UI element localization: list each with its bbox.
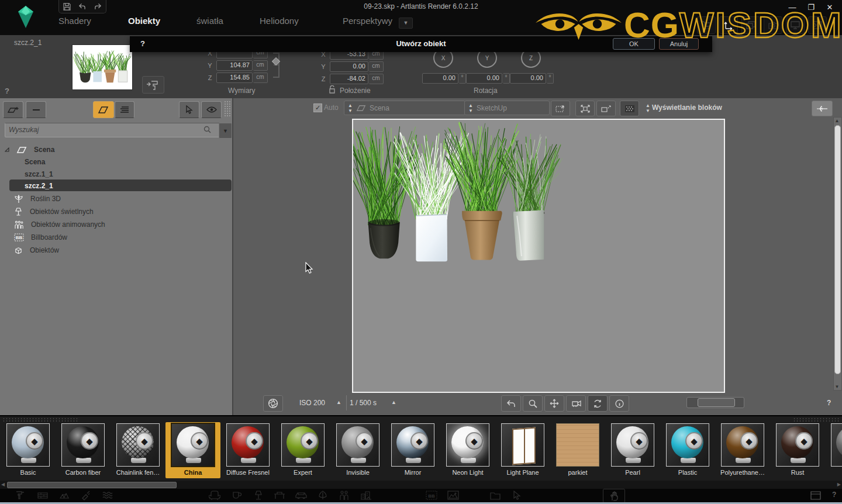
material-preview[interactable]: ◆ (116, 423, 160, 467)
tree-item-roslin-3d[interactable]: Roślin 3D (0, 193, 232, 205)
scrollbar-thumb[interactable] (834, 125, 841, 374)
material-preview[interactable]: ◆ (336, 423, 379, 467)
tree-item-obiektow-animowanych[interactable]: Obiektów animowanych (0, 219, 232, 230)
undo-view-button[interactable] (501, 395, 521, 412)
projector-button[interactable] (566, 395, 586, 412)
restore-button[interactable]: ❐ (806, 2, 816, 12)
tree-item-scena-root[interactable]: Scena (0, 144, 232, 156)
material-pearl[interactable]: ◆Pearl (605, 422, 660, 478)
material-invisible[interactable]: ◆Invisible (330, 422, 385, 478)
unlock-icon[interactable] (329, 85, 336, 94)
shutter-value[interactable]: 1 / 500 s (350, 399, 377, 407)
material-preview[interactable]: ◆ (171, 423, 215, 467)
material-preview[interactable]: ◆ (446, 423, 489, 467)
catalog-grip-handle[interactable] (793, 417, 840, 422)
zoom-button[interactable] (523, 395, 543, 412)
menu-item-heliodony[interactable]: Heliodony (260, 16, 299, 29)
viewport-vertical-scrollbar[interactable]: ▲ ▼ (833, 117, 842, 391)
save-icon[interactable] (63, 3, 71, 11)
rot-y-input[interactable]: 0.00 (466, 73, 502, 84)
expander-icon[interactable] (5, 147, 9, 152)
catalog-grip-handle[interactable] (2, 417, 77, 422)
rot-z-input[interactable]: 0.00 (510, 73, 546, 84)
tree-item-obiektow-swietlnych[interactable]: Obiektów świetlnych (0, 206, 232, 218)
fit-window-button[interactable] (596, 101, 616, 116)
menu-item-shadery[interactable]: Shadery (58, 16, 91, 29)
layers-view-toggle[interactable] (93, 101, 114, 118)
image-icon[interactable] (447, 489, 460, 501)
window-icon[interactable] (741, 16, 760, 34)
tree-item-scena[interactable]: Scena (0, 156, 257, 168)
perspektywy-dropdown-icon[interactable]: ▼ (399, 18, 413, 29)
trowel-icon[interactable] (80, 489, 93, 501)
folder-icon[interactable] (489, 489, 502, 501)
material-light-plane[interactable]: Light Plane (495, 422, 550, 478)
material-preview[interactable] (501, 423, 544, 467)
camera-icon[interactable] (764, 16, 782, 34)
bottom-help-link[interactable]: ? (832, 491, 836, 499)
scene-dropdown[interactable]: ▲▼ Scena (344, 101, 465, 115)
display-blocks-label[interactable]: Wyświetlanie bloków (652, 103, 722, 112)
cancel-button[interactable]: Anuluj (659, 38, 699, 50)
bricks-icon[interactable] (36, 489, 49, 501)
material-preview[interactable]: ◆ (666, 423, 709, 467)
material-chainlink-fen-[interactable]: ◆Chainlink fen… (111, 422, 165, 478)
undo-icon[interactable] (78, 3, 86, 10)
dim-z-input[interactable]: 154.85 (216, 73, 253, 83)
console-icon[interactable] (808, 16, 827, 34)
minimize-button[interactable]: — (787, 2, 798, 12)
search-input[interactable]: Wyszukaj (5, 123, 223, 137)
car-icon[interactable] (295, 489, 308, 501)
catalog-horizontal-scrollbar[interactable]: ◀ ▶ (0, 481, 842, 489)
render-view-canvas[interactable] (352, 119, 725, 393)
close-button[interactable]: ✕ (824, 2, 835, 12)
catalog-scrollbar-thumb[interactable] (7, 482, 177, 488)
iso-value[interactable]: ISO 200 (299, 399, 325, 407)
material-s[interactable]: ◆S (825, 422, 842, 478)
building-icon[interactable] (360, 489, 372, 501)
material-polyurethane-[interactable]: ◆Polyurethane… (715, 422, 770, 478)
material-rust[interactable]: ◆Rust (770, 422, 825, 478)
dim-y-input[interactable]: 104.87 (216, 60, 253, 71)
material-neon-light[interactable]: ◆Neon Light (440, 422, 495, 478)
billboard-icon[interactable]: BB (425, 489, 438, 501)
people-icon[interactable] (338, 489, 351, 501)
material-parkiet[interactable]: parkiet (550, 422, 605, 478)
material-preview[interactable]: ◆ (611, 423, 654, 467)
material-preview[interactable]: ◆ (721, 423, 764, 467)
layout-icon[interactable] (809, 489, 822, 501)
preview-size-slider[interactable] (686, 397, 744, 408)
rot-x-input[interactable]: 0.00 (422, 73, 458, 84)
material-preview[interactable]: ◆ (831, 423, 842, 467)
plant-icon[interactable] (316, 489, 329, 501)
redo-icon[interactable] (94, 3, 102, 10)
axes-icon[interactable] (719, 16, 738, 34)
armchair-icon[interactable] (208, 489, 221, 501)
material-mirror[interactable]: ◆Mirror (385, 422, 440, 478)
menu-item-swiatla[interactable]: światła (196, 16, 223, 29)
tree-item-szcz-2-1[interactable]: szcz.2_1 (0, 180, 257, 192)
menu-item-perspektywy[interactable]: Perspektywy (343, 16, 392, 29)
shutter-stepper-icon[interactable]: ▲ (391, 399, 396, 405)
pattern-display-button[interactable] (620, 101, 639, 116)
material-basic[interactable]: ◆Basic (1, 422, 56, 478)
apply-material-roller-icon[interactable] (142, 76, 164, 94)
scroll-right-icon[interactable]: ▶ (837, 482, 841, 487)
pos-y-input[interactable]: 0.00 (330, 61, 368, 72)
table-icon[interactable] (273, 489, 286, 501)
slider-knob[interactable] (698, 398, 735, 407)
material-preview[interactable]: ◆ (6, 423, 50, 467)
add-layer-button[interactable] (3, 101, 23, 118)
aperture-button[interactable] (263, 395, 283, 412)
scroll-left-icon[interactable]: ◀ (1, 482, 5, 487)
material-expert[interactable]: ◆Expert (275, 422, 330, 478)
fit-region-button[interactable] (551, 101, 570, 116)
search-filter-dropdown-icon[interactable]: ▼ (219, 123, 232, 139)
info-button[interactable] (609, 395, 629, 412)
pos-z-input[interactable]: -84.02 (330, 74, 368, 84)
display-blocks-spinner-icon[interactable]: ▲▼ (646, 103, 650, 113)
material-preview[interactable]: ◆ (776, 423, 819, 467)
refresh-button[interactable] (588, 395, 608, 412)
scroll-up-icon[interactable]: ▲ (834, 118, 840, 124)
remove-layer-button[interactable] (26, 101, 46, 118)
